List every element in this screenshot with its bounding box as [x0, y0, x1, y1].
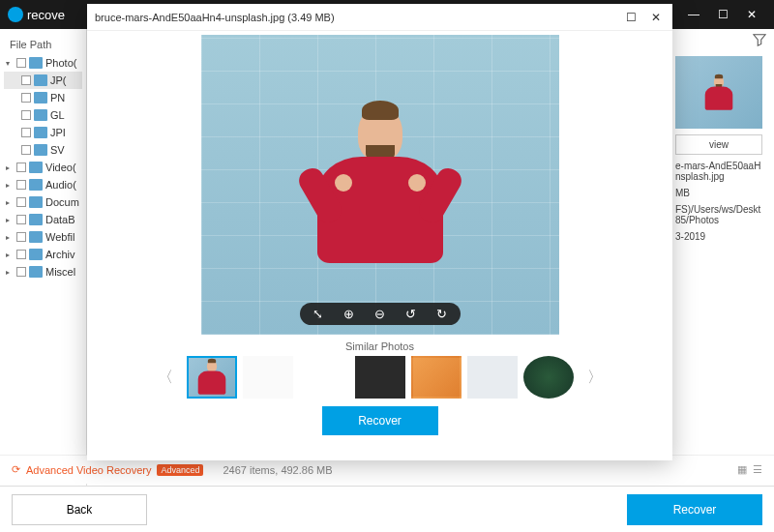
- folder-icon: [29, 196, 43, 208]
- preview-filename: e-mars-AndE50aaH nsplash.jpg: [675, 161, 766, 182]
- checkbox-icon[interactable]: [21, 145, 31, 155]
- folder-icon: [29, 231, 43, 243]
- tree-item-document[interactable]: ▸Docum: [4, 193, 82, 211]
- tree-item-archive[interactable]: ▸Archiv: [4, 246, 82, 263]
- thumbnail[interactable]: [523, 356, 574, 399]
- image-toolbar: ⤡ ⊕ ⊖ ↺ ↻: [300, 303, 461, 325]
- tree-item-misc[interactable]: ▸Miscel: [4, 263, 82, 281]
- thumbnail[interactable]: [187, 356, 237, 399]
- checkbox-icon[interactable]: [21, 75, 31, 85]
- list-view-icon[interactable]: ☰: [753, 463, 762, 476]
- checkbox-icon[interactable]: [16, 197, 26, 207]
- folder-icon: [29, 214, 43, 225]
- grid-view-icon[interactable]: ▦: [737, 463, 747, 476]
- preview-modal: bruce-mars-AndE50aaHn4-unsplash.jpg (3.4…: [87, 4, 672, 460]
- footer: Back Recover: [0, 486, 774, 532]
- checkbox-icon[interactable]: [16, 232, 26, 242]
- folder-icon: [29, 249, 43, 260]
- rotate-right-icon[interactable]: ↻: [433, 307, 451, 321]
- folder-icon: [29, 266, 43, 278]
- checkbox-icon[interactable]: [21, 128, 31, 137]
- folder-icon: [29, 57, 43, 69]
- close-button[interactable]: ✕: [737, 8, 766, 21]
- preview-panel: view e-mars-AndE50aaH nsplash.jpg MB FS)…: [668, 48, 774, 255]
- back-button[interactable]: Back: [12, 494, 147, 525]
- checkbox-icon[interactable]: [16, 58, 26, 68]
- sidebar-header: File Path: [4, 35, 82, 54]
- tree-item-jpi[interactable]: JPI: [4, 124, 82, 141]
- fit-icon[interactable]: ⤡: [310, 307, 327, 321]
- modal-close-button[interactable]: ✕: [647, 11, 665, 24]
- checkbox-icon[interactable]: [16, 250, 26, 259]
- app-logo: recove: [8, 7, 65, 22]
- thumbnail[interactable]: [243, 356, 293, 399]
- tree-item-png[interactable]: PN: [4, 89, 82, 106]
- similar-thumbnails: 〈 〉: [150, 356, 610, 399]
- advanced-badge: Advanced: [157, 464, 203, 476]
- folder-icon: [34, 74, 47, 86]
- folder-icon: [34, 109, 47, 121]
- preview-size: MB: [675, 188, 766, 198]
- checkbox-icon[interactable]: [21, 110, 31, 120]
- preview-image: ⤡ ⊕ ⊖ ↺ ↻: [201, 35, 559, 335]
- maximize-button[interactable]: ☐: [708, 8, 737, 21]
- preview-thumbnail: [675, 56, 762, 129]
- modal-titlebar: bruce-mars-AndE50aaHn4-unsplash.jpg (3.4…: [87, 4, 672, 31]
- modal-maximize-button[interactable]: ☐: [622, 11, 640, 24]
- tree-item-database[interactable]: ▸DataB: [4, 211, 82, 228]
- prev-thumb-button[interactable]: 〈: [150, 368, 181, 388]
- item-count: 2467 items, 492.86 MB: [223, 464, 332, 476]
- app-name: recove: [27, 8, 65, 22]
- zoom-in-icon[interactable]: ⊕: [341, 307, 358, 321]
- logo-icon: [8, 7, 23, 22]
- tree-item-photo[interactable]: ▾Photo(: [4, 54, 82, 72]
- thumbnail[interactable]: [299, 356, 349, 399]
- tree-item-video[interactable]: ▸Video(: [4, 159, 82, 176]
- tree-item-webfile[interactable]: ▸Webfil: [4, 228, 82, 246]
- checkbox-icon[interactable]: [16, 267, 26, 277]
- thumbnail[interactable]: [355, 356, 405, 399]
- advanced-video-recovery-link[interactable]: ⟳ Advanced Video Recovery Advanced: [12, 463, 203, 476]
- checkbox-icon[interactable]: [16, 215, 26, 224]
- folder-icon: [29, 179, 43, 191]
- modal-title-text: bruce-mars-AndE50aaHn4-unsplash.jpg (3.4…: [95, 12, 335, 23]
- recover-button[interactable]: Recover: [627, 494, 762, 525]
- next-thumb-button[interactable]: 〉: [580, 368, 610, 388]
- preview-path: FS)/Users/ws/Deskt 85/Photos: [675, 204, 766, 225]
- similar-photos-label: Similar Photos: [345, 340, 414, 352]
- tree-item-audio[interactable]: ▸Audio(: [4, 176, 82, 193]
- thumbnail[interactable]: [467, 356, 518, 399]
- refresh-icon: ⟳: [12, 463, 20, 476]
- sidebar: File Path ▾Photo( JP( PN GL JPI SV ▸Vide…: [0, 29, 87, 493]
- tree-item-gl[interactable]: GL: [4, 106, 82, 124]
- window-controls: — ☐ ✕: [679, 8, 766, 21]
- folder-icon: [34, 127, 47, 138]
- modal-body: ⤡ ⊕ ⊖ ↺ ↻ Similar Photos 〈 〉 Recover: [87, 31, 672, 460]
- zoom-out-icon[interactable]: ⊖: [372, 307, 389, 321]
- preview-date: 3-2019: [675, 231, 766, 242]
- folder-icon: [29, 162, 43, 173]
- filter-icon[interactable]: [753, 33, 766, 49]
- minimize-button[interactable]: —: [679, 8, 708, 21]
- tree-item-jpg[interactable]: JP(: [4, 72, 82, 89]
- thumbnail[interactable]: [411, 356, 461, 399]
- rotate-left-icon[interactable]: ↺: [402, 307, 420, 321]
- modal-recover-button[interactable]: Recover: [322, 406, 438, 435]
- checkbox-icon[interactable]: [16, 163, 26, 172]
- tree-item-sv[interactable]: SV: [4, 141, 82, 159]
- view-toggle: ▦ ☰: [737, 463, 762, 476]
- folder-icon: [34, 92, 47, 103]
- checkbox-icon[interactable]: [21, 93, 31, 103]
- preview-view-button[interactable]: view: [675, 134, 762, 155]
- checkbox-icon[interactable]: [16, 180, 26, 190]
- folder-icon: [34, 144, 47, 156]
